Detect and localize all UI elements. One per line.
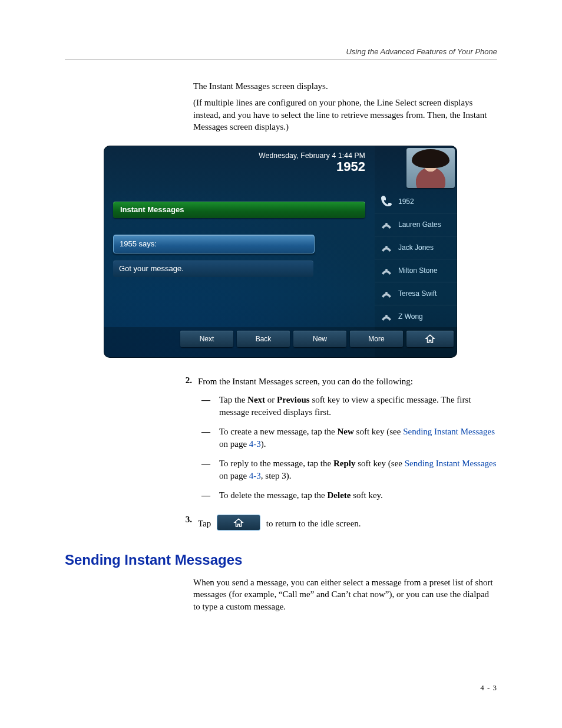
step-2-bullet-2: — To create a new message, tap the New s… <box>198 426 497 450</box>
step-number: 2. <box>174 375 198 509</box>
step-2-bullet-1: — Tap the Next or Previous soft key to v… <box>198 394 497 419</box>
step-2-bullet-3: — To reply to the message, tap the Reply… <box>198 457 497 482</box>
svg-point-2 <box>385 269 388 271</box>
step-2: 2. From the Instant Messages screen, you… <box>174 375 497 509</box>
phone-extension-large: 1952 <box>113 159 365 174</box>
contact-label: 1952 <box>398 197 414 206</box>
contact-item[interactable]: Teresa Swift <box>375 282 457 305</box>
phone-datetime: Wednesday, February 4 1:44 PM <box>113 151 365 160</box>
contact-label: Z Wong <box>398 312 423 321</box>
link-sending-im[interactable]: Sending Instant Messages <box>405 459 497 468</box>
link-page-4-3[interactable]: 4-3 <box>249 439 261 449</box>
step-3: 3. Tap to return to the idle screen. <box>174 515 497 531</box>
softkey-more[interactable]: More <box>350 331 403 347</box>
step-2-intro: From the Instant Messages screen, you ca… <box>198 377 413 386</box>
svg-point-4 <box>385 315 388 317</box>
speed-dial-icon <box>379 217 394 231</box>
contact-label: Milton Stone <box>398 266 438 275</box>
home-softkey-inline <box>217 515 260 531</box>
instant-messages-header: Instant Messages <box>113 202 365 218</box>
contact-item[interactable]: Jack Jones <box>375 236 457 259</box>
manual-page: Using the Advanced Features of Your Phon… <box>0 0 562 728</box>
softkey-next[interactable]: Next <box>180 331 233 347</box>
contact-label: Teresa Swift <box>398 289 437 298</box>
softkey-back[interactable]: Back <box>237 331 290 347</box>
contact-label: Jack Jones <box>398 243 434 252</box>
link-sending-im[interactable]: Sending Instant Messages <box>403 427 495 436</box>
home-icon <box>424 334 436 344</box>
svg-point-3 <box>385 292 388 294</box>
softkey-home[interactable] <box>406 331 454 347</box>
phone-screenshot: Wednesday, February 4 1:44 PM 1952 Insta… <box>104 146 457 358</box>
link-page-4-3[interactable]: 4-3 <box>249 471 261 480</box>
handset-icon <box>379 194 394 208</box>
page-number: 4 - 3 <box>480 683 497 693</box>
svg-point-1 <box>385 246 388 248</box>
intro-para-2: (If multiple lines are configured on you… <box>193 97 497 133</box>
speed-dial-icon <box>379 240 394 254</box>
softkey-new[interactable]: New <box>293 331 346 347</box>
contact-self-line[interactable]: 1952 <box>375 190 457 213</box>
step-2-bullet-4: — To delete the message, tap the Delete … <box>198 489 497 502</box>
contact-item[interactable]: Milton Stone <box>375 259 457 282</box>
home-icon <box>233 518 244 528</box>
section-para: When you send a message, you can either … <box>193 577 497 612</box>
contact-label: Lauren Gates <box>398 220 441 229</box>
phone-main-panel: Wednesday, February 4 1:44 PM 1952 Insta… <box>104 146 375 358</box>
contact-item[interactable]: Lauren Gates <box>375 213 457 236</box>
step-number: 3. <box>174 515 198 531</box>
phone-side-panel: 1952 Lauren Gates Jack Jones <box>375 146 457 358</box>
contact-item[interactable]: Z Wong <box>375 305 457 328</box>
speed-dial-icon <box>379 309 394 323</box>
intro-para-1: The Instant Messages screen displays. <box>193 80 497 92</box>
running-head: Using the Advanced Features of Your Phon… <box>65 47 497 56</box>
speed-dial-icon <box>379 286 394 300</box>
avatar[interactable] <box>406 148 455 188</box>
contacts-list: 1952 Lauren Gates Jack Jones <box>375 190 457 328</box>
softkey-bar: Next Back New More <box>104 327 457 358</box>
svg-point-0 <box>385 223 388 225</box>
message-body-row: Got your message. <box>113 261 313 277</box>
speed-dial-icon <box>379 263 394 277</box>
top-rule <box>65 60 497 60</box>
message-from-bar[interactable]: 1955 says: <box>113 235 315 253</box>
section-heading-sending-im: Sending Instant Messages <box>65 552 497 568</box>
